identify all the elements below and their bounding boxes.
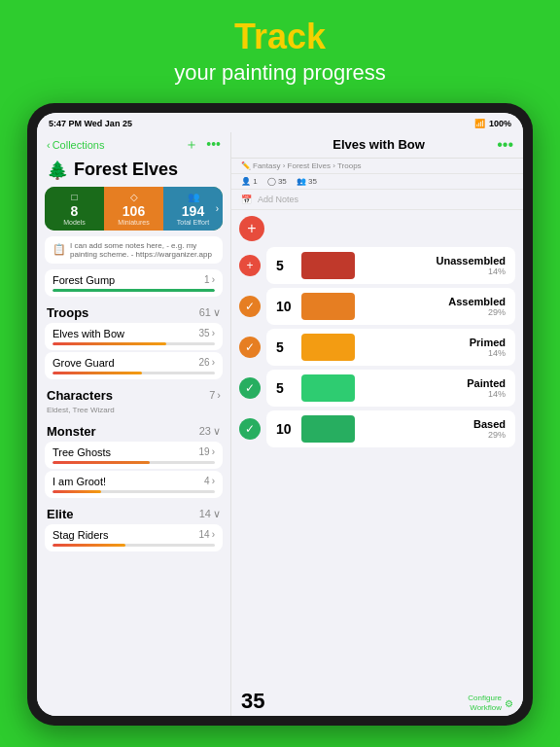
progress-fill: [52, 490, 101, 493]
add-notes-row[interactable]: 📅 Add Notes: [231, 190, 523, 210]
header-actions: ＋ •••: [185, 136, 221, 154]
workflow-container: + + 5 Unassembled 14: [231, 210, 523, 685]
characters-subtitle: Eldest, Tree Wizard: [37, 406, 230, 417]
item-name: Forest Gump: [52, 274, 115, 286]
step-right: Based 29%: [473, 418, 506, 440]
configure-button[interactable]: ConfigureWorkflow ⚙: [468, 694, 513, 714]
progress-bar: [52, 544, 215, 547]
collection-title: 🌲 Forest Elves: [37, 158, 230, 187]
item-name: Elves with Bow: [52, 328, 124, 339]
list-item-tree-ghosts[interactable]: Tree Ghosts 19 ›: [45, 442, 223, 469]
left-header: ‹ Collections ＋ •••: [37, 132, 230, 158]
step-color-based: [301, 415, 355, 443]
chevron-right-icon: ›: [212, 476, 215, 486]
edit-icon: ✏️: [241, 161, 251, 170]
progress-bar: [52, 342, 215, 345]
item-name: Tree Ghosts: [52, 446, 111, 458]
progress-fill: [52, 461, 150, 464]
configure-label: ConfigureWorkflow: [468, 694, 502, 714]
chevron-right-icon: ›: [212, 529, 215, 540]
item-name: I am Groot!: [52, 476, 106, 487]
total-number: 35: [241, 689, 264, 714]
breadcrumb: ✏️ Fantasy › Forest Elves › Troops: [231, 159, 523, 174]
calendar-icon: 📅: [241, 195, 252, 204]
list-item[interactable]: Forest Gump 1 ›: [45, 269, 223, 297]
progress-fill: [52, 342, 166, 345]
step-content-painted[interactable]: 5 Painted 14%: [266, 370, 515, 407]
step-right: Painted 14%: [467, 377, 506, 399]
ipad-screen: 5:47 PM Wed Jan 25 📶 100% ‹ Collections: [37, 113, 523, 716]
list-item-elves-bow[interactable]: Elves with Bow 35 ›: [45, 323, 223, 350]
section-header-monster[interactable]: Monster 23 ∨: [37, 421, 230, 442]
section-header-elite[interactable]: Elite 14 ∨: [37, 504, 230, 524]
section-header-characters[interactable]: Characters 7 ›: [37, 385, 230, 406]
meta-person: 👤 1: [241, 177, 258, 186]
step-color-unassembled: [301, 252, 355, 279]
step-primed: ✓ 5 Primed 14%: [239, 329, 515, 366]
chevron-right-icon: ›: [212, 328, 215, 338]
step-toggle-unassembled[interactable]: +: [239, 255, 261, 276]
step-left: 5: [276, 252, 355, 279]
add-step-button[interactable]: +: [239, 216, 264, 241]
collection-name: Forest Elves: [74, 160, 178, 180]
hero-track: Track: [19, 18, 541, 56]
step-toggle-painted[interactable]: ✓: [239, 377, 261, 399]
step-content-unassembled[interactable]: 5 Unassembled 14%: [266, 247, 515, 284]
add-icon[interactable]: ＋: [185, 136, 198, 154]
section-elite: Elite 14 ∨ Stag Riders 14 ›: [37, 502, 230, 555]
effort-icon: 👥: [188, 192, 199, 202]
chevron-down-icon: ∨: [213, 508, 221, 520]
step-content-primed[interactable]: 5 Primed 14%: [266, 329, 515, 366]
step-assembled: ✓ 10 Assembled 29%: [239, 288, 515, 325]
step-left: 5: [276, 334, 355, 361]
step-unassembled: + 5 Unassembled 14%: [239, 247, 515, 284]
item-count: 1 ›: [204, 274, 215, 285]
status-time: 5:47 PM Wed Jan 25: [49, 119, 132, 128]
right-header: Elves with Bow •••: [231, 132, 523, 159]
chevron-right-icon: ›: [212, 357, 215, 368]
section-header-troops[interactable]: Troops 61 ∨: [37, 302, 230, 323]
step-left: 10: [276, 415, 355, 443]
item-name: Grove Guard: [52, 357, 115, 369]
step-left: 10: [276, 293, 355, 320]
more-button[interactable]: •••: [497, 136, 513, 154]
step-right: Assembled 29%: [448, 296, 506, 317]
section-characters: Characters 7 › Eldest, Tree Wizard: [37, 383, 230, 419]
item-name: Stag Riders: [52, 529, 108, 541]
hero-section: Track your painting progress: [0, 0, 560, 95]
right-title: Elves with Bow: [261, 137, 497, 152]
list-item-stag-riders[interactable]: Stag Riders 14 ›: [45, 524, 223, 551]
total-row: 35 ConfigureWorkflow ⚙: [231, 685, 523, 716]
step-content-based[interactable]: 10 Based 29%: [266, 410, 515, 447]
chevron-down-icon: ∨: [213, 425, 221, 438]
status-bar: 5:47 PM Wed Jan 25 📶 100%: [37, 113, 523, 132]
stats-row: □ 8 Models ◇ 106 Miniatures 👥 194 T: [45, 187, 223, 231]
section-troops: Troops 61 ∨ Elves with Bow 35: [37, 301, 230, 383]
back-button[interactable]: ‹ Collections: [47, 139, 104, 151]
progress-bar: [52, 289, 215, 292]
left-panel: ‹ Collections ＋ ••• 🌲 Forest Elves: [37, 132, 231, 716]
stat-models: □ 8 Models: [45, 187, 104, 231]
step-toggle-based[interactable]: ✓: [239, 418, 261, 440]
add-notes-label: Add Notes: [258, 195, 298, 204]
progress-fill: [52, 544, 125, 547]
chevron-right-icon: ›: [212, 274, 215, 285]
hero-subtitle: your painting progress: [19, 60, 541, 86]
ipad-frame: 5:47 PM Wed Jan 25 📶 100% ‹ Collections: [27, 103, 533, 726]
step-toggle-assembled[interactable]: ✓: [239, 296, 261, 317]
step-toggle-primed[interactable]: ✓: [239, 337, 261, 358]
progress-fill: [52, 372, 142, 374]
step-painted: ✓ 5 Painted 14%: [239, 370, 515, 407]
chevron-right-icon: ›: [212, 446, 215, 457]
stat-miniatures: ◇ 106 Miniatures: [104, 187, 163, 231]
progress-bar: [52, 372, 215, 374]
step-content-assembled[interactable]: 10 Assembled 29%: [266, 288, 515, 325]
list-item-grove-guard[interactable]: Grove Guard 26 ›: [45, 352, 223, 379]
progress-bar: [52, 490, 215, 493]
step-based: ✓ 10 Based 29%: [239, 410, 515, 447]
list-item-groot[interactable]: I am Groot! 4 ›: [45, 471, 223, 498]
more-icon[interactable]: •••: [206, 136, 221, 154]
stat-effort: 👥 194 Total Effort: [163, 187, 223, 231]
section-monster: Monster 23 ∨ Tree Ghosts 19: [37, 419, 230, 502]
notes-area[interactable]: 📋 I can add some notes here, - e.g. my p…: [45, 236, 223, 264]
